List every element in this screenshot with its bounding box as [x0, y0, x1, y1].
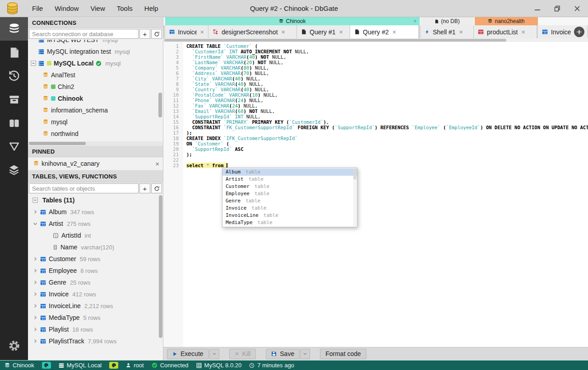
table-row[interactable]: Employee 8 rows: [28, 265, 163, 276]
autocomplete-item[interactable]: Genre table: [222, 197, 357, 205]
sql-editor[interactable]: 1234567891011121314151617181920212223 CR…: [163, 42, 588, 347]
table-row[interactable]: InvoiceLine 2,212 rows: [28, 300, 163, 312]
format-code-button[interactable]: Format code: [320, 349, 366, 359]
restore-button[interactable]: [554, 5, 561, 12]
close-tab-icon[interactable]: ×: [459, 28, 463, 36]
save-button[interactable]: Save: [266, 349, 300, 359]
database-icon: [5, 363, 10, 368]
filter-icon[interactable]: [0, 135, 28, 158]
connection-row[interactable]: northwind: [28, 128, 163, 140]
tab-group-header[interactable]: (no DB): [421, 17, 474, 25]
table-row[interactable]: Invoice 412 rows: [28, 288, 163, 300]
menu-item[interactable]: Window: [49, 0, 84, 17]
connection-row[interactable]: mysql: [28, 116, 163, 128]
editor-toolbar: Execute Kill Save Format code: [163, 347, 588, 360]
history-icon[interactable]: [0, 64, 28, 88]
tables-vertical-scrollbar[interactable]: [159, 195, 162, 338]
tab-label: Invoice: [551, 28, 571, 36]
connection-row[interactable]: MYSQL WD TEST mysql: [28, 40, 163, 46]
shell-bolt-icon: [425, 29, 430, 35]
connection-color-swatch[interactable]: [109, 362, 118, 369]
refresh-tables-icon[interactable]: [151, 183, 162, 193]
table-row[interactable]: Album 347 rows: [28, 206, 163, 218]
close-button[interactable]: [574, 5, 581, 12]
menu-item[interactable]: File: [26, 0, 49, 17]
tab[interactable]: Query #2 ×: [350, 25, 419, 38]
tab[interactable]: Shell #1 ×: [421, 25, 474, 38]
tables-search-input[interactable]: [29, 183, 139, 193]
pinned-item[interactable]: knihovna_v2_canary ×: [28, 157, 163, 170]
autocomplete-item[interactable]: Employee table: [222, 190, 357, 197]
tab-scrollbar[interactable]: [163, 38, 588, 42]
close-tab-icon[interactable]: ×: [282, 28, 285, 36]
connection-row[interactable]: Chinook: [28, 93, 163, 104]
status-database[interactable]: Chinook: [5, 362, 34, 369]
autocomplete-item[interactable]: Album table: [222, 169, 357, 176]
status-server[interactable]: MySQL Local: [59, 362, 102, 369]
connection-row[interactable]: MySQL Local mysql: [28, 57, 163, 69]
table-row[interactable]: Tables (11): [28, 194, 163, 206]
table-row[interactable]: Customer 59 rows: [28, 253, 163, 265]
tab-group-header[interactable]: Chinook ×: [165, 17, 420, 25]
chevron-right-icon: [32, 268, 38, 273]
table-row[interactable]: Artist 275 rows: [28, 218, 163, 229]
user-icon: [126, 363, 131, 368]
tab[interactable]: designerScreenshot ×: [208, 25, 297, 38]
table-row[interactable]: 1 ArtistId int: [28, 229, 163, 241]
connection-row[interactable]: Chin2: [28, 81, 163, 93]
table-row[interactable]: Playlist 18 rows: [28, 323, 163, 335]
connection-row[interactable]: MySQL integration test mysql: [28, 46, 163, 57]
minimize-button[interactable]: [534, 5, 541, 12]
book-icon[interactable]: [0, 111, 28, 135]
table-row[interactable]: PlaylistTrack 7,994 rows: [28, 335, 163, 347]
execute-button[interactable]: Execute: [167, 349, 209, 359]
close-tab-icon[interactable]: ×: [339, 28, 343, 36]
tab-group-header[interactable]: nano2health: [475, 17, 538, 25]
archive-icon[interactable]: [0, 88, 28, 111]
refresh-connections-icon[interactable]: [151, 29, 162, 39]
close-group-icon[interactable]: ×: [413, 19, 417, 24]
close-tab-icon[interactable]: ×: [393, 28, 396, 36]
close-tab-icon[interactable]: ×: [200, 28, 204, 36]
database-icon[interactable]: [0, 17, 28, 41]
tables-header: TABLES, VIEWS, FUNCTIONS: [28, 170, 163, 183]
unpin-close-icon[interactable]: ×: [155, 160, 159, 168]
menu-item[interactable]: View: [85, 0, 111, 17]
database-color-swatch[interactable]: [42, 362, 51, 369]
add-table-button[interactable]: +: [139, 183, 150, 193]
status-user[interactable]: root: [126, 362, 144, 369]
tab[interactable]: Query #1 ×: [297, 25, 350, 38]
connections-search-input[interactable]: [29, 29, 139, 39]
autocomplete-item[interactable]: Artist table: [222, 176, 357, 183]
close-tab-icon[interactable]: ×: [521, 28, 525, 36]
settings-gear-icon[interactable]: [0, 334, 28, 357]
autocomplete-item[interactable]: Customer table: [222, 183, 357, 190]
database-color-chip: [51, 96, 56, 101]
autocomplete-item[interactable]: Invoice table: [222, 205, 357, 212]
save-dropdown-button[interactable]: [300, 349, 310, 359]
autocomplete-item[interactable]: MediaType table: [222, 219, 357, 226]
menu-item[interactable]: Help: [139, 0, 164, 17]
tab[interactable]: Invoice ×: [165, 25, 208, 38]
connections-vertical-scrollbar[interactable]: [158, 93, 162, 117]
new-tab-button[interactable]: +: [573, 26, 585, 38]
file-icon[interactable]: [0, 41, 28, 64]
tab[interactable]: productList ×: [474, 25, 537, 38]
add-connection-button[interactable]: +: [139, 29, 150, 39]
connection-row[interactable]: information_schema: [28, 104, 163, 116]
autocomplete-item[interactable]: InvoiceLine table: [222, 212, 357, 219]
execute-dropdown-button[interactable]: [209, 349, 219, 359]
autocomplete-scrollbar[interactable]: [353, 169, 357, 226]
connection-label: northwind: [51, 130, 79, 137]
layers-icon[interactable]: [0, 158, 28, 182]
table-icon: [40, 315, 46, 321]
status-version: MySQL 8.0.20: [196, 362, 242, 369]
connections-horizontal-scrollbar[interactable]: [28, 141, 163, 145]
table-meta: 275 rows: [67, 220, 91, 227]
table-label: Customer: [49, 255, 76, 262]
table-row[interactable]: MediaType 5 rows: [28, 312, 163, 323]
table-row[interactable]: Name varchar(120): [28, 241, 163, 253]
table-row[interactable]: Genre 25 rows: [28, 276, 163, 288]
menu-item[interactable]: Tools: [111, 0, 139, 17]
connection-row[interactable]: AnalTest: [28, 69, 163, 81]
